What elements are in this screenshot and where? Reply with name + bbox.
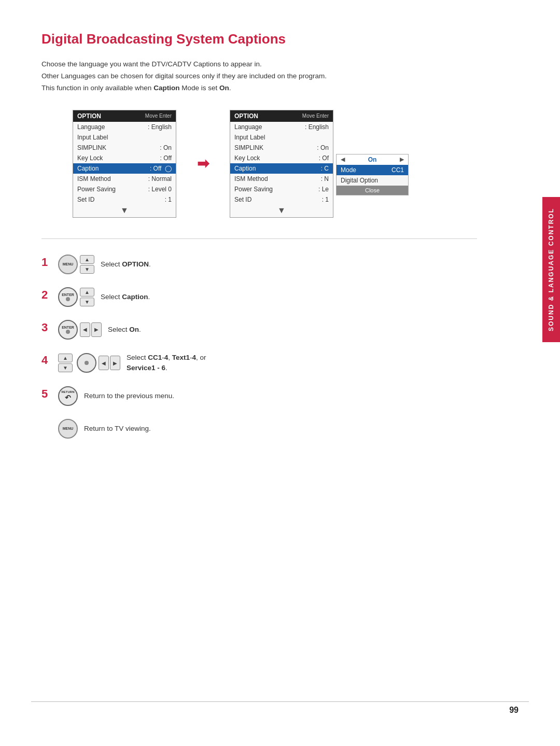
popup-on-label: On [368,156,377,163]
page-title: Digital Broadcasting System Captions [41,31,477,47]
menu-row-power: Power Saving: Level 0 [73,184,176,194]
step-3-text: Select On. [108,325,141,335]
right-menu-box: OPTION Move Enter Language: English Inpu… [230,110,333,218]
step-menu-number [41,419,51,433]
intro-line2: Other Languages can be chosen for digita… [41,71,477,82]
step-5-number: 5 [41,386,51,401]
menu-row-language: Language: English [73,122,176,132]
intro-line3: This function in only available when Cap… [41,82,477,94]
page-number: 99 [509,706,519,715]
down-arrow-1[interactable]: ▼ [80,265,94,274]
r-menu-row-ism: ISM Method: N [230,174,333,184]
right-menu-header: OPTION Move Enter [230,110,333,122]
step-1-row: 1 MENU ▲ ▼ Select OPTION. [41,255,477,274]
up-arrow-2[interactable]: ▲ [80,288,94,297]
step-5-row: 5 RETURN ↶ Return to the previous menu. [41,386,477,406]
r-menu-row-simplink: SIMPLINK: On [230,143,333,153]
step-4-buttons: ▲ ▼ ◀ ▶ [58,353,120,373]
menu-row-ism: ISM Method: Normal [73,174,176,184]
step-3-row: 3 ENTER ◀ ▶ Select On. [41,320,477,340]
r-menu-row-power: Power Saving: Le [230,184,333,194]
step-1-text: Select OPTION. [101,259,151,270]
right-menu-footer: ▼ [230,205,333,217]
right-menu-wrapper: OPTION Move Enter Language: English Inpu… [230,110,333,218]
enter-button-4[interactable] [77,353,96,373]
step-menu-row: MENU Return to TV viewing. [41,419,477,439]
r-menu-row-setid: Set ID: 1 [230,194,333,205]
step-menu-buttons: MENU [58,419,78,439]
popup-on-row: ◀ On ▶ [337,154,408,165]
popup-mode-value: CC1 [391,166,404,174]
popup-mode-row: Mode CC1 [337,165,408,175]
up-down-arrows-4: ▲ ▼ [58,354,73,372]
popup-mode-label: Mode [341,166,356,174]
left-menu-box: OPTION Move Enter Language: English Inpu… [73,110,176,218]
right-arrow-3[interactable]: ▶ [91,322,102,337]
step-3-number: 3 [41,320,51,334]
popup-close[interactable]: Close [337,186,408,195]
return-button-5[interactable]: RETURN ↶ [58,386,78,406]
steps-section: 1 MENU ▲ ▼ Select OPTION. 2 ENTER [41,238,477,439]
left-right-arrows-3: ◀ ▶ [80,322,102,337]
r-menu-row-caption-highlighted: Caption: C [230,163,333,174]
step-2-buttons: ENTER ▲ ▼ [58,287,94,307]
step-2-text: Select Caption. [101,292,150,302]
left-menu-header: OPTION Move Enter [73,110,176,122]
side-tab: Sound & Language Control [542,197,560,342]
up-down-arrows-1: ▲ ▼ [80,255,94,274]
step-4-number: 4 [41,353,51,367]
menu-row-simplink: SIMPLINK: On [73,143,176,153]
enter-button-2[interactable]: ENTER [58,287,78,307]
up-down-arrows-2: ▲ ▼ [80,288,94,306]
r-menu-row-keylock: Key Lock: Of [230,153,333,163]
menu-row-caption-highlighted: Caption: Off ◯ [73,163,176,174]
down-arrow-2[interactable]: ▼ [80,298,94,306]
down-arrow-4[interactable]: ▼ [58,363,73,372]
step-1-buttons: MENU ▲ ▼ [58,255,94,274]
step-4-text: Select CC1-4, Text1-4, or Service1 - 6. [127,353,206,374]
bottom-line [31,701,529,702]
step-menu-text: Return to TV viewing. [84,424,151,434]
intro-text: Choose the language you want the DTV/CAD… [41,59,477,94]
caption-popup: ◀ On ▶ Mode CC1 Digital Option Close [336,154,409,195]
intro-line1: Choose the language you want the DTV/CAD… [41,59,477,71]
diagrams-row: OPTION Move Enter Language: English Inpu… [73,110,477,218]
left-arrow-4[interactable]: ◀ [99,356,109,370]
step-4-row: 4 ▲ ▼ ◀ ▶ Select CC1-4, Text1-4, or [41,353,477,374]
step-1-number: 1 [41,255,51,269]
left-arrow-3[interactable]: ◀ [80,322,90,337]
menu-row-setid: Set ID: 1 [73,194,176,205]
right-arrow-4[interactable]: ▶ [110,356,120,370]
right-arrow-icon: ➡ [197,155,209,172]
step-2-number: 2 [41,287,51,302]
step-5-buttons: RETURN ↶ [58,386,78,406]
menu-row-keylock: Key Lock: Off [73,153,176,163]
menu-button-final[interactable]: MENU [58,419,78,439]
menu-row-inputlabel: Input Label [73,132,176,143]
step-3-buttons: ENTER ◀ ▶ [58,320,102,340]
up-arrow-4[interactable]: ▲ [58,354,73,362]
r-menu-row-inputlabel: Input Label [230,132,333,143]
up-arrow-1[interactable]: ▲ [80,255,94,264]
left-right-arrows-4: ◀ ▶ [99,356,120,370]
enter-button-3[interactable]: ENTER [58,320,78,340]
popup-digital-option: Digital Option [337,175,408,186]
step-5-text: Return to the previous menu. [84,391,174,401]
step-2-row: 2 ENTER ▲ ▼ Select Caption. [41,287,477,307]
menu-button-1[interactable]: MENU [58,255,78,274]
left-menu-footer: ▼ [73,205,176,217]
r-menu-row-language: Language: English [230,122,333,132]
